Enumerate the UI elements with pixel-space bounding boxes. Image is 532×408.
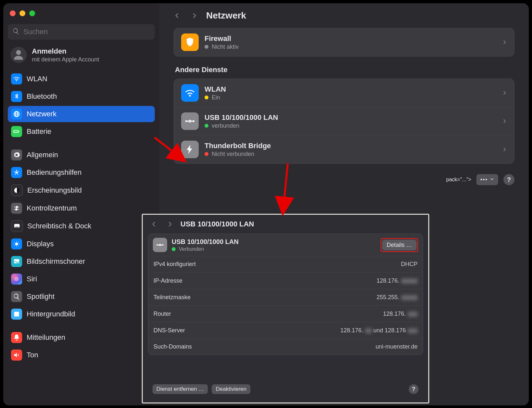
sidebar-item-label: Bedienungshilfen [27, 168, 82, 177]
sidebar-item-wallpaper[interactable]: Hintergrundbild [8, 306, 155, 322]
account-sign-in[interactable]: Anmelden mit deinem Apple Account [8, 44, 155, 65]
chevron-down-icon [490, 177, 494, 183]
sidebar-item-accessibility[interactable]: Bedienungshilfen [8, 164, 155, 181]
ethernet-icon [153, 238, 167, 252]
sidebar-item-label: Spotlight [27, 292, 55, 301]
service-row-thunderbolt[interactable]: Thunderbolt Bridge Nicht verbunden [174, 135, 514, 163]
sidebar-item-bluetooth[interactable]: Bluetooth [8, 88, 155, 105]
sidebar-item-control-center[interactable]: Kontrollzentrum [8, 200, 155, 216]
battery-icon [11, 126, 22, 137]
detail-header-row: USB 10/100/1000 LAN Verbunden Details … [148, 234, 423, 256]
window-controls [8, 9, 155, 18]
status-dot-icon [205, 45, 208, 49]
sidebar-item-label: Batterie [27, 127, 51, 136]
sidebar-item-label: Ton [27, 351, 38, 359]
sidebar-nav: WLAN Bluetooth Netzwerk Batterie [8, 71, 155, 363]
maximize-window-button[interactable] [29, 10, 35, 16]
sidebar-item-siri[interactable]: Siri [8, 271, 155, 287]
sidebar-item-battery[interactable]: Batterie [8, 123, 155, 140]
screensaver-icon [11, 256, 22, 267]
chevron-right-icon [502, 89, 507, 97]
service-title: Thunderbolt Bridge [205, 142, 496, 150]
detail-back-button[interactable] [149, 219, 159, 229]
help-button[interactable]: ? [503, 174, 514, 185]
sidebar-item-label: Allgemein [27, 151, 58, 159]
detail-forward-button[interactable] [165, 219, 175, 229]
back-button[interactable] [172, 11, 182, 20]
sidebar-item-network[interactable]: Netzwerk [8, 106, 155, 122]
close-window-button[interactable] [10, 10, 16, 16]
sidebar-item-label: Netzwerk [27, 110, 57, 118]
firewall-row[interactable]: Firewall Nicht aktiv [174, 28, 514, 57]
service-title: WLAN [205, 85, 496, 94]
sidebar-item-label: Mitteilungen [27, 333, 65, 342]
sidebar-item-label: Hintergrundbild [27, 310, 75, 318]
bell-icon [11, 332, 22, 343]
sidebar-item-label: Kontrollzentrum [27, 204, 77, 212]
thunderbolt-icon [181, 141, 199, 158]
sidebar-item-label: Bluetooth [27, 92, 57, 101]
chevron-right-icon [502, 38, 507, 46]
sidebar-item-general[interactable]: Allgemein [8, 147, 155, 163]
status-dot-icon [205, 96, 208, 99]
main-footer: pack="..."> ••• ? [174, 174, 514, 185]
status-dot-icon [205, 152, 208, 156]
sliders-icon [11, 203, 22, 214]
detail-help-button[interactable]: ? [409, 384, 419, 394]
sidebar-item-displays[interactable]: Displays [8, 236, 155, 252]
main-toolbar: Netzwerk [159, 3, 529, 28]
more-actions-button[interactable]: ••• [476, 174, 498, 185]
remove-service-button[interactable]: Dienst entfernen … [153, 384, 208, 394]
other-services-list: WLAN Ein USB 10/100/1000 L [174, 79, 514, 164]
sidebar-item-wlan[interactable]: WLAN [8, 71, 155, 87]
sidebar: Anmelden mit deinem Apple Account WLAN B… [3, 3, 159, 405]
avatar [10, 47, 27, 63]
sound-icon [11, 350, 22, 361]
sidebar-item-desktop-dock[interactable]: Schreibtisch & Dock [8, 218, 155, 235]
sidebar-item-notifications[interactable]: Mitteilungen [8, 329, 155, 346]
kv-row: IPv4 konfiguriertDHCP [148, 256, 423, 272]
forward-button[interactable] [189, 11, 199, 20]
page-title: Netzwerk [206, 10, 246, 21]
chevron-right-icon [502, 146, 507, 153]
search-field[interactable] [8, 24, 155, 40]
service-row-wlan[interactable]: WLAN Ein [174, 79, 514, 107]
svg-point-6 [156, 244, 158, 246]
details-button[interactable]: Details … [382, 240, 417, 250]
sidebar-item-screensaver[interactable]: Bildschirmschoner [8, 253, 155, 270]
kv-row: DNS-Server128.176.▮▮ und 128.176▮▮▮ [148, 322, 423, 338]
kv-row: Router128.176.▮▮▮ [148, 305, 423, 322]
firewall-title: Firewall [205, 34, 496, 43]
account-title: Anmelden [32, 47, 99, 56]
sidebar-item-label: Erscheinungsbild [27, 186, 82, 195]
sidebar-item-appearance[interactable]: Erscheinungsbild [8, 182, 155, 199]
dock-icon [11, 220, 23, 232]
kv-row: IP-Adresse128.176.▮▮▮▮▮ [148, 272, 423, 289]
section-other-services: Andere Dienste [175, 66, 514, 74]
gear-icon [11, 149, 22, 160]
sidebar-item-label: Schreibtisch & Dock [27, 222, 91, 230]
detail-service-status: Verbunden [179, 246, 204, 252]
chevron-right-icon [502, 117, 507, 125]
sidebar-item-spotlight[interactable]: Spotlight [8, 288, 155, 305]
sidebar-item-label: Displays [27, 240, 54, 248]
globe-icon [11, 108, 22, 120]
detail-service-title: USB 10/100/1000 LAN [172, 238, 376, 246]
service-row-usb-lan[interactable]: USB 10/100/1000 LAN verbunden [174, 107, 514, 135]
bluetooth-icon [11, 91, 22, 102]
minimize-window-button[interactable] [20, 10, 25, 16]
sidebar-item-label: Bildschirmschoner [27, 257, 85, 266]
account-subtitle: mit deinem Apple Account [32, 56, 99, 63]
search-input[interactable] [23, 27, 150, 36]
svg-point-5 [193, 120, 195, 122]
wifi-icon [11, 73, 22, 84]
ellipsis-icon: ••• [480, 177, 488, 183]
sidebar-item-sound[interactable]: Ton [8, 347, 155, 363]
siri-icon [11, 274, 22, 285]
details-button-highlight: Details … [380, 238, 418, 252]
service-status: Ein [212, 94, 220, 101]
detail-title: USB 10/100/1000 LAN [180, 220, 254, 228]
service-status: Nicht verbunden [212, 151, 254, 158]
deactivate-button[interactable]: Deaktivieren [212, 384, 250, 394]
accessibility-icon [11, 167, 22, 178]
